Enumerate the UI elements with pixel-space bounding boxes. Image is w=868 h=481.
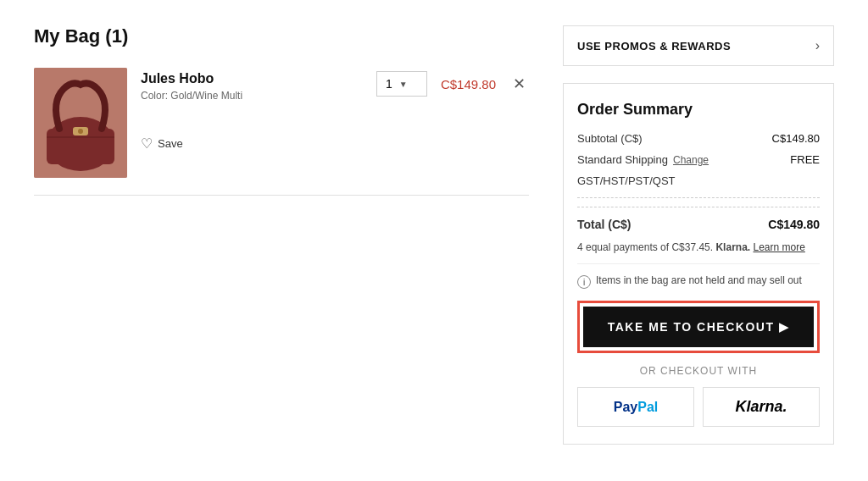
page-title: My Bag (1) xyxy=(34,25,529,47)
klarna-label: Klarna. xyxy=(735,398,787,416)
or-checkout-text: OR CHECKOUT WITH xyxy=(577,365,820,377)
order-sidebar: USE PROMOS & REWARDS › Order Summary Sub… xyxy=(563,25,834,445)
heart-icon: ♡ xyxy=(141,135,153,152)
info-icon: i xyxy=(577,275,591,289)
item-qty-price: 1 ▼ C$149.80 ✕ xyxy=(376,68,529,97)
klarna-info: 4 equal payments of C$37.45. Klarna. Lea… xyxy=(577,241,820,264)
item-price: C$149.80 xyxy=(441,77,496,91)
shipping-change-link[interactable]: Change xyxy=(673,154,709,166)
klarna-button[interactable]: Klarna. xyxy=(703,387,820,427)
subtotal-row: Subtotal (C$) C$149.80 xyxy=(577,132,820,145)
svg-point-5 xyxy=(78,129,83,134)
subtotal-value: C$149.80 xyxy=(772,132,820,145)
item-color: Color: Gold/Wine Multi xyxy=(141,90,363,102)
shipping-value: FREE xyxy=(790,153,820,166)
paypal-button[interactable]: PayPal xyxy=(577,387,694,427)
alt-payments: PayPal Klarna. xyxy=(577,387,820,427)
paypal-label: PayPal xyxy=(614,400,658,415)
bag-item: Jules Hobo Color: Gold/Wine Multi ♡ Save… xyxy=(34,68,529,196)
quantity-selector[interactable]: 1 ▼ xyxy=(376,71,427,97)
item-details: Jules Hobo Color: Gold/Wine Multi ♡ Save xyxy=(141,68,363,152)
main-content: My Bag (1) xyxy=(34,25,529,445)
subtotal-label: Subtotal (C$) xyxy=(577,132,643,145)
remove-button[interactable]: ✕ xyxy=(509,75,529,93)
product-image xyxy=(34,68,127,178)
klarna-learn-more-link[interactable]: Learn more xyxy=(753,241,804,253)
checkout-btn-wrapper: TAKE ME TO CHECKOUT ▶ xyxy=(577,301,820,353)
item-name: Jules Hobo xyxy=(141,71,363,86)
shipping-label-wrap: Standard Shipping Change xyxy=(577,153,709,166)
checkout-button[interactable]: TAKE ME TO CHECKOUT ▶ xyxy=(583,307,814,347)
chevron-right-icon: › xyxy=(815,38,820,53)
order-summary-box: Order Summary Subtotal (C$) C$149.80 Sta… xyxy=(563,83,834,445)
shipping-label: Standard Shipping xyxy=(577,153,668,166)
total-row: Total (C$) C$149.80 xyxy=(577,207,820,231)
total-label: Total (C$) xyxy=(577,218,632,231)
shipping-row: Standard Shipping Change FREE xyxy=(577,153,820,166)
save-link[interactable]: ♡ Save xyxy=(141,135,363,152)
chevron-down-icon: ▼ xyxy=(399,80,408,89)
tax-row: GST/HST/PST/QST xyxy=(577,174,820,198)
order-summary-title: Order Summary xyxy=(577,101,820,119)
total-value: C$149.80 xyxy=(768,218,820,231)
items-notice: i Items in the bag are not held and may … xyxy=(577,274,820,289)
promos-label: USE PROMOS & REWARDS xyxy=(577,40,731,53)
promos-rewards-bar[interactable]: USE PROMOS & REWARDS › xyxy=(563,25,834,66)
